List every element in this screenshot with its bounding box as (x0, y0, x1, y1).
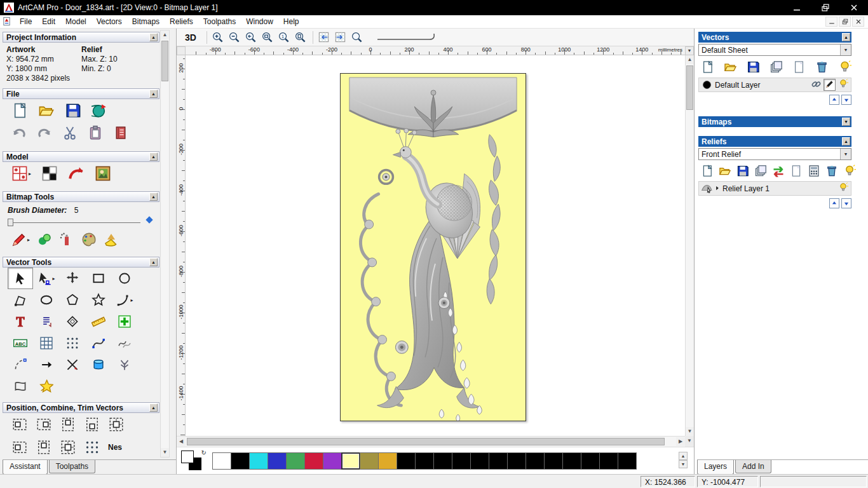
vector-layer-row[interactable]: Default Layer (698, 78, 851, 92)
move-relief-up-button[interactable] (829, 198, 839, 208)
layer-visibility-button[interactable] (837, 79, 849, 91)
palette-swatch[interactable] (286, 452, 305, 470)
tab-toolpaths[interactable]: Toolpaths (49, 460, 95, 473)
transform-button[interactable] (60, 268, 85, 289)
menu-window[interactable]: Window (241, 15, 278, 28)
draw-colour-button[interactable] (36, 231, 53, 248)
paste-button[interactable] (86, 124, 104, 142)
toggle-visibility-button[interactable] (842, 163, 857, 179)
slice-button[interactable] (112, 354, 137, 376)
wrap-text-button[interactable] (34, 311, 59, 332)
text-abc-button[interactable]: ABC (8, 332, 33, 354)
menu-help[interactable]: Help (278, 15, 304, 28)
collapse-vectors-button[interactable]: ▲ (842, 33, 850, 41)
node-editing-button[interactable]: ▸ (34, 268, 59, 289)
extrude-button[interactable] (86, 354, 111, 376)
snap-guides-button[interactable] (333, 30, 348, 44)
expand-arrow-icon[interactable] (714, 184, 721, 193)
scroll-down-icon[interactable]: ▼ (686, 427, 694, 436)
toggle-visibility-button[interactable] (837, 59, 853, 75)
palette-swatch[interactable] (618, 452, 637, 470)
maximize-button[interactable] (811, 0, 839, 15)
menu-file[interactable]: File (15, 15, 37, 28)
new-sheet-button[interactable] (789, 163, 804, 179)
delete-button[interactable] (814, 59, 830, 75)
align-b-button[interactable] (80, 414, 104, 435)
relief-layer-row[interactable]: Relief Layer 1 (698, 181, 851, 196)
select-button[interactable] (8, 268, 33, 289)
palette-swatch[interactable] (378, 452, 397, 470)
new-sheet-button[interactable] (791, 59, 807, 75)
cut-button[interactable] (61, 124, 79, 142)
relief-visibility-button[interactable] (837, 182, 849, 194)
zoom-previous-button[interactable] (243, 30, 258, 44)
menu-bitmaps[interactable]: Bitmaps (127, 15, 165, 28)
nest-tool-label[interactable]: Nes (108, 443, 122, 452)
expand-bitmaps-button[interactable]: ▼ (842, 118, 850, 126)
create-polyline-button[interactable] (8, 289, 33, 311)
trim-vectors-button[interactable] (60, 354, 85, 376)
zoom-out-button[interactable] (227, 30, 241, 44)
menu-edit[interactable]: Edit (37, 15, 60, 28)
new-relief-layer-button[interactable] (700, 163, 715, 179)
create-arc-button[interactable]: ▸ (112, 289, 137, 311)
scrollbar-corner[interactable]: ▼ (685, 436, 694, 447)
scrollbar-thumb[interactable] (686, 65, 693, 110)
artboard[interactable] (340, 73, 526, 421)
record-notes-button[interactable] (112, 124, 130, 142)
move-layer-up-button[interactable] (829, 95, 839, 105)
create-star-button[interactable] (86, 289, 111, 311)
align-c-button[interactable] (56, 437, 80, 458)
horizontal-scrollbar[interactable]: ◀ ▶ (177, 436, 685, 447)
arc-edit-button[interactable] (8, 354, 33, 376)
collapse-position-button[interactable]: ▲ (149, 403, 158, 412)
new-vector-layer-button[interactable] (700, 59, 715, 75)
palette-swatch[interactable] (341, 452, 360, 470)
align-t-button[interactable] (32, 437, 56, 458)
open-button[interactable] (717, 163, 733, 179)
ruler-options-button[interactable]: ▼ (685, 46, 694, 55)
close-button[interactable] (839, 0, 868, 15)
align-l-button[interactable] (8, 414, 32, 435)
tab-assistant[interactable]: Assistant (3, 460, 48, 475)
chevron-down-icon[interactable]: ▼ (840, 149, 851, 159)
palette-swatch[interactable] (562, 452, 581, 470)
menu-reliefs[interactable]: Reliefs (165, 15, 198, 28)
scroll-right-icon[interactable]: ▶ (676, 437, 685, 446)
palette-swatch[interactable] (581, 452, 600, 470)
tab-layers[interactable]: Layers (697, 460, 734, 475)
scroll-up-icon[interactable]: ▲ (686, 55, 694, 64)
merge-button[interactable] (753, 163, 768, 179)
palette-scroll-down-button[interactable]: ▼ (679, 460, 688, 468)
align-l-button[interactable] (8, 437, 32, 458)
align-r-button[interactable] (32, 414, 56, 435)
edit-layer-button[interactable] (824, 79, 836, 91)
envelope-button[interactable] (8, 376, 33, 397)
greyscale-view-button[interactable] (40, 164, 59, 183)
scroll-up-icon[interactable]: ▲ (161, 30, 169, 39)
chevron-down-icon[interactable]: ▼ (840, 44, 851, 55)
collapse-reliefs-button[interactable]: ▲ (842, 137, 850, 146)
paste-array-button[interactable] (80, 437, 104, 458)
paint-brush-button[interactable]: ▸ (10, 231, 31, 248)
palette-swatch[interactable] (415, 452, 434, 470)
assistant-scrollbar[interactable]: ▲ ▼ (160, 30, 170, 458)
slider-handle[interactable] (8, 219, 13, 226)
block-paste-button[interactable] (112, 311, 137, 332)
palette-swatch[interactable] (544, 452, 563, 470)
move-relief-down-button[interactable] (841, 198, 851, 208)
palette-swatch[interactable] (526, 452, 545, 470)
collapse-bitmap-tools-button[interactable]: ▲ (149, 193, 158, 201)
move-layer-down-button[interactable] (841, 95, 851, 105)
collapse-file-button[interactable]: ▲ (149, 90, 158, 98)
collapse-project-info-button[interactable]: ▲ (149, 33, 158, 41)
colour-palette-button[interactable] (80, 231, 98, 248)
menu-model[interactable]: Model (60, 15, 92, 28)
collapse-vector-tools-button[interactable]: ▲ (149, 258, 158, 266)
open-button[interactable] (722, 59, 738, 75)
scroll-left-icon[interactable]: ◀ (177, 437, 186, 446)
canvas-2d-view[interactable] (186, 55, 685, 436)
palette-swatch[interactable] (360, 452, 379, 470)
palette-scroll-up-button[interactable]: ▲ (679, 452, 688, 460)
palette-swatch[interactable] (507, 452, 526, 470)
